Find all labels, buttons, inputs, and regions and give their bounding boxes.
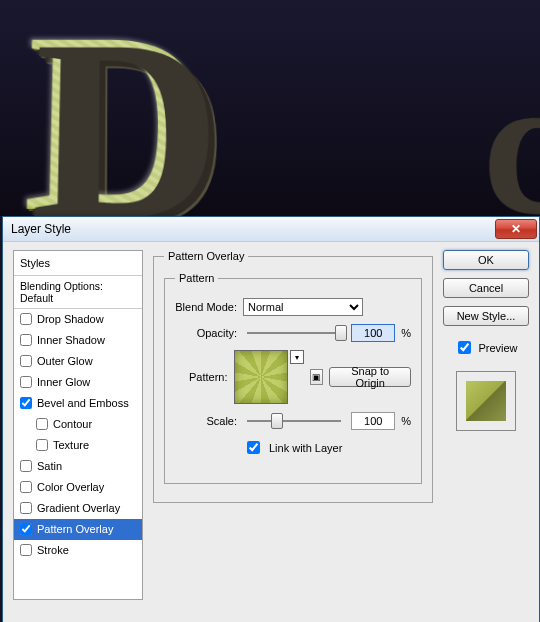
style-label: Bevel and Emboss xyxy=(37,397,129,409)
style-item-inner-glow[interactable]: Inner Glow xyxy=(14,372,142,393)
opacity-input[interactable] xyxy=(351,324,395,342)
preview-thumbnail-box xyxy=(456,371,516,431)
style-item-stroke[interactable]: Stroke xyxy=(14,540,142,561)
styles-header[interactable]: Styles xyxy=(14,251,142,276)
style-label: Gradient Overlay xyxy=(37,502,120,514)
style-checkbox[interactable] xyxy=(20,313,32,325)
style-label: Pattern Overlay xyxy=(37,523,113,535)
styles-list-panel: Styles Blending Options: Default Drop Sh… xyxy=(13,250,143,600)
percent-label: % xyxy=(401,415,411,427)
link-with-layer-label: Link with Layer xyxy=(269,442,342,454)
artwork-letter: D xyxy=(20,0,218,216)
style-checkbox[interactable] xyxy=(20,334,32,346)
scale-slider[interactable] xyxy=(247,420,341,422)
style-label: Inner Glow xyxy=(37,376,90,388)
close-icon: ✕ xyxy=(511,222,521,236)
dialog-titlebar: Layer Style ✕ xyxy=(3,217,539,242)
blend-mode-select[interactable]: Normal xyxy=(243,298,363,316)
style-item-gradient-overlay[interactable]: Gradient Overlay xyxy=(14,498,142,519)
dialog-title: Layer Style xyxy=(11,222,495,236)
style-label: Satin xyxy=(37,460,62,472)
blending-options-row[interactable]: Blending Options: Default xyxy=(14,276,142,309)
slider-thumb[interactable] xyxy=(271,413,283,429)
style-item-color-overlay[interactable]: Color Overlay xyxy=(14,477,142,498)
pattern-group: Pattern Blend Mode: Normal Opacity: xyxy=(164,272,422,484)
style-item-drop-shadow[interactable]: Drop Shadow xyxy=(14,309,142,330)
opacity-label: Opacity: xyxy=(175,327,237,339)
pattern-swatch[interactable] xyxy=(234,350,288,404)
artwork-letter: c xyxy=(483,27,540,216)
style-label: Color Overlay xyxy=(37,481,104,493)
style-checkbox[interactable] xyxy=(20,355,32,367)
style-checkbox[interactable] xyxy=(20,397,32,409)
style-checkbox[interactable] xyxy=(20,523,32,535)
style-item-inner-shadow[interactable]: Inner Shadow xyxy=(14,330,142,351)
style-checkbox[interactable] xyxy=(20,544,32,556)
layer-style-dialog: Layer Style ✕ Styles Blending Options: D… xyxy=(2,216,540,622)
group-title: Pattern Overlay xyxy=(164,250,248,262)
style-item-contour[interactable]: Contour xyxy=(14,414,142,435)
pattern-label: Pattern: xyxy=(175,371,228,383)
style-label: Stroke xyxy=(37,544,69,556)
blend-mode-label: Blend Mode: xyxy=(175,301,237,313)
style-checkbox[interactable] xyxy=(20,376,32,388)
style-item-pattern-overlay[interactable]: Pattern Overlay xyxy=(14,519,142,540)
preview-label: Preview xyxy=(478,342,517,354)
percent-label: % xyxy=(401,327,411,339)
slider-thumb[interactable] xyxy=(335,325,347,341)
close-button[interactable]: ✕ xyxy=(495,219,537,239)
settings-panel: Pattern Overlay Pattern Blend Mode: Norm… xyxy=(153,250,433,600)
inner-group-title: Pattern xyxy=(175,272,218,284)
link-with-layer-checkbox[interactable] xyxy=(247,441,260,454)
style-item-bevel-and-emboss[interactable]: Bevel and Emboss xyxy=(14,393,142,414)
preview-thumbnail xyxy=(466,381,506,421)
style-item-texture[interactable]: Texture xyxy=(14,435,142,456)
style-label: Contour xyxy=(53,418,92,430)
snap-to-origin-button[interactable]: Snap to Origin xyxy=(329,367,411,387)
style-label: Outer Glow xyxy=(37,355,93,367)
style-item-outer-glow[interactable]: Outer Glow xyxy=(14,351,142,372)
preview-checkbox[interactable] xyxy=(458,341,471,354)
style-checkbox[interactable] xyxy=(20,460,32,472)
pattern-picker-dropdown[interactable]: ▾ xyxy=(290,350,304,364)
style-checkbox[interactable] xyxy=(20,502,32,514)
style-label: Texture xyxy=(53,439,89,451)
ok-button[interactable]: OK xyxy=(443,250,529,270)
style-label: Inner Shadow xyxy=(37,334,105,346)
style-checkbox[interactable] xyxy=(36,418,48,430)
scale-label: Scale: xyxy=(175,415,237,427)
scale-input[interactable] xyxy=(351,412,395,430)
new-style-button[interactable]: New Style... xyxy=(443,306,529,326)
style-checkbox[interactable] xyxy=(20,481,32,493)
style-label: Drop Shadow xyxy=(37,313,104,325)
style-checkbox[interactable] xyxy=(36,439,48,451)
cancel-button[interactable]: Cancel xyxy=(443,278,529,298)
document-canvas: c D xyxy=(0,0,540,216)
new-preset-icon: ▣ xyxy=(312,372,321,382)
new-preset-button[interactable]: ▣ xyxy=(310,369,324,385)
chevron-down-icon: ▾ xyxy=(295,353,299,362)
opacity-slider[interactable] xyxy=(247,332,341,334)
pattern-overlay-group: Pattern Overlay Pattern Blend Mode: Norm… xyxy=(153,250,433,503)
dialog-buttons: OK Cancel New Style... Preview xyxy=(443,250,529,600)
style-item-satin[interactable]: Satin xyxy=(14,456,142,477)
